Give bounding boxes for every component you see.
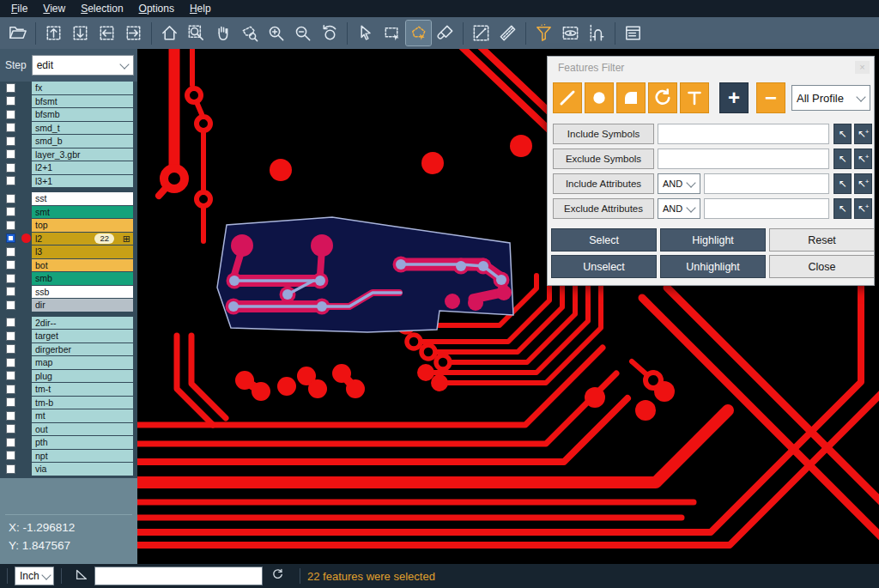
layer-checkbox[interactable]: [6, 424, 15, 433]
layer-row-bfsmb[interactable]: bfsmb: [0, 108, 137, 121]
layer-row-l3[interactable]: l3: [0, 246, 137, 258]
pan-right-icon[interactable]: [121, 21, 146, 45]
layer-name[interactable]: l2+1: [32, 161, 133, 174]
pan-hand-icon[interactable]: [210, 21, 235, 45]
layer-checkbox[interactable]: [6, 385, 15, 394]
close-icon[interactable]: ×: [855, 61, 870, 74]
zoom-out-icon[interactable]: [290, 21, 315, 45]
layer-checkbox[interactable]: [6, 300, 15, 310]
layer-name[interactable]: fx: [32, 82, 133, 94]
reset-button[interactable]: Reset: [769, 228, 875, 252]
pan-up-icon[interactable]: [41, 21, 66, 45]
layer-checkbox[interactable]: [6, 451, 15, 460]
menu-item-view[interactable]: View: [35, 0, 73, 17]
layer-name[interactable]: smd_t: [32, 122, 133, 135]
layer-checkbox[interactable]: [6, 260, 15, 270]
layer-name[interactable]: l3+1: [32, 175, 133, 188]
layer-checkbox[interactable]: [6, 274, 15, 283]
pick-from-canvas-icon[interactable]: ↖: [834, 124, 852, 144]
refresh-icon[interactable]: [270, 567, 285, 585]
layer-name[interactable]: target: [32, 330, 133, 342]
layer-row-top[interactable]: top: [0, 219, 137, 232]
measure-icon[interactable]: [469, 21, 494, 45]
layer-row-dir[interactable]: dir: [0, 299, 137, 312]
layer-name[interactable]: plug: [32, 370, 133, 383]
layer-name[interactable]: bfsmt: [32, 95, 133, 108]
include-attributes-input[interactable]: [704, 173, 829, 194]
view-options-icon[interactable]: [558, 21, 583, 45]
layer-checkbox[interactable]: [6, 149, 15, 159]
layer-name[interactable]: dirgerber: [32, 343, 133, 356]
layer-name[interactable]: mt: [32, 409, 133, 422]
pan-left-icon[interactable]: [94, 21, 119, 45]
include-symbols-input[interactable]: [658, 124, 829, 144]
include-symbols-button[interactable]: Include Symbols: [553, 124, 654, 144]
layer-row-smb[interactable]: smb: [0, 272, 137, 285]
pick-add-from-canvas-icon[interactable]: ↖+: [854, 173, 872, 194]
layers-panel-icon[interactable]: [621, 21, 646, 45]
filter-add-button[interactable]: +: [719, 82, 749, 113]
layer-name[interactable]: l3: [32, 246, 133, 258]
exclude-symbols-button[interactable]: Exclude Symbols: [553, 149, 654, 169]
layer-row-bot[interactable]: bot: [0, 259, 137, 272]
layer-name[interactable]: smd_b: [32, 135, 133, 148]
layer-name[interactable]: 2dir--: [32, 317, 133, 330]
filter-arc-button[interactable]: [648, 82, 677, 113]
layer-checkbox[interactable]: [6, 83, 15, 93]
layer-row-pth[interactable]: pth: [0, 436, 137, 449]
filter-pad-button[interactable]: [585, 82, 614, 113]
layer-name[interactable]: dir: [32, 299, 133, 312]
exclude-attributes-input[interactable]: [704, 198, 829, 219]
layer-checkbox[interactable]: [6, 96, 15, 106]
layer-row-fx[interactable]: fx: [0, 82, 137, 94]
menu-item-selection[interactable]: Selection: [73, 0, 130, 17]
layer-row-out[interactable]: out: [0, 423, 137, 436]
open-icon[interactable]: [5, 21, 30, 45]
layer-name[interactable]: tm-t: [32, 383, 133, 396]
layer-name[interactable]: ssb: [32, 286, 133, 299]
filter-text-button[interactable]: [680, 82, 709, 113]
exclude-attributes-operator-select[interactable]: AND: [658, 198, 700, 219]
layer-name[interactable]: smb: [32, 272, 133, 285]
highlight-button[interactable]: Highlight: [660, 228, 766, 252]
profile-select[interactable]: All Profile: [791, 85, 870, 111]
layer-row-mt[interactable]: mt: [0, 409, 137, 422]
unselect-button[interactable]: Unselect: [551, 255, 657, 278]
home-icon[interactable]: [157, 21, 182, 45]
menu-item-help[interactable]: Help: [182, 0, 219, 17]
exclude-symbols-input[interactable]: [658, 149, 829, 169]
layer-name[interactable]: sst: [32, 192, 133, 205]
select-button[interactable]: Select: [551, 228, 657, 252]
layer-name[interactable]: pth: [32, 436, 133, 449]
layer-name[interactable]: top: [32, 219, 133, 232]
filter-surface-button[interactable]: [616, 82, 646, 113]
layer-checkbox[interactable]: [6, 163, 15, 173]
pick-from-canvas-icon[interactable]: ↖: [834, 198, 852, 219]
zoom-previous-icon[interactable]: [317, 21, 342, 45]
layer-checkbox[interactable]: [6, 331, 15, 341]
layer-row-map[interactable]: map: [0, 356, 137, 369]
layer-name[interactable]: map: [32, 356, 133, 369]
zoom-in-icon[interactable]: [264, 21, 288, 45]
snap-icon[interactable]: [585, 21, 609, 45]
select-cursor-icon[interactable]: [353, 21, 378, 45]
pick-add-from-canvas-icon[interactable]: ↖+: [854, 149, 872, 169]
layer-checkbox[interactable]: [6, 233, 15, 243]
layer-checkbox[interactable]: [6, 318, 15, 327]
unhighlight-button[interactable]: Unhighlight: [660, 255, 766, 278]
select-polygon-icon[interactable]: [406, 21, 431, 45]
filter-line-button[interactable]: [553, 82, 582, 113]
filter-remove-button[interactable]: −: [756, 82, 785, 113]
layer-checkbox[interactable]: [6, 358, 15, 367]
layer-checkbox[interactable]: [6, 397, 15, 407]
layer-row-tm-b[interactable]: tm-b: [0, 397, 137, 409]
layer-checkbox[interactable]: [6, 221, 15, 230]
filter-icon[interactable]: [531, 21, 556, 45]
command-input[interactable]: [94, 567, 263, 585]
menu-item-options[interactable]: Options: [131, 0, 182, 17]
include-attributes-button[interactable]: Include Attributes: [553, 173, 654, 194]
layer-checkbox[interactable]: [6, 247, 15, 257]
layer-name[interactable]: via: [32, 463, 133, 476]
layer-name[interactable]: bot: [32, 259, 133, 272]
layer-row-2dir--[interactable]: 2dir--: [0, 317, 137, 330]
